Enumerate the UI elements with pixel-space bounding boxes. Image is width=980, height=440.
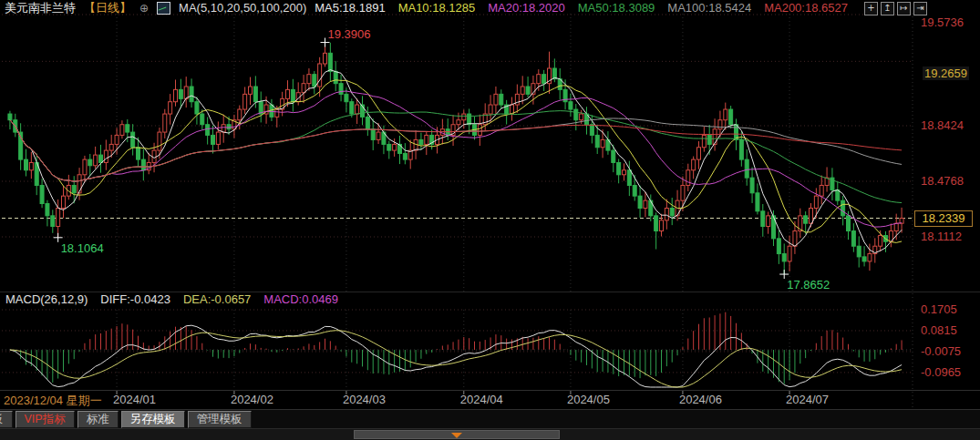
month-tick-label: 2024/03	[343, 393, 386, 406]
scale-vertical-icon[interactable]: ↥	[881, 2, 894, 15]
price-axis-label: 18.4768	[921, 174, 964, 188]
chart-header: 美元南非兰特 【日线】 ⊕ MA(5,10,20,50,100,200) MA5…	[5, 0, 848, 15]
grid-layer	[0, 13, 980, 408]
axis-highlight-label: 19.2659	[923, 67, 969, 80]
macd-diff-value: DIFF:-0.0423	[100, 292, 170, 307]
chevron-down-icon	[451, 433, 462, 438]
tab-manage-templates[interactable]: 管理模板	[188, 411, 252, 428]
chart-canvas[interactable]	[0, 0, 980, 440]
ma-value: MA10:18.1285	[398, 1, 476, 15]
low-price-annotation: 17.8652	[787, 278, 830, 292]
macd-header[interactable]: MACD(26,12,9) DIFF:-0.0423 DEA:-0.0657 M…	[5, 292, 338, 307]
last-price-badge: 18.2339	[914, 210, 973, 227]
macd-dea-value: DEA:-0.0657	[183, 292, 251, 307]
chart-type-icon[interactable]	[157, 2, 170, 15]
marker-layer	[54, 38, 789, 280]
month-tick-label: 2024/05	[567, 393, 610, 406]
tab-clipped[interactable]: 板	[0, 411, 13, 428]
macd-axis-label: 0.0815	[921, 323, 957, 337]
instrument-title: 美元南非兰特	[5, 0, 76, 16]
month-tick-label: 2024/07	[786, 393, 829, 406]
price-axis-label: 18.8424	[921, 118, 964, 132]
ma-value: MA20:18.2020	[488, 1, 565, 15]
time-axis[interactable]: 2023/12/04 星期一 2024/012024/022024/032024…	[0, 392, 980, 408]
collapse-panel-handle[interactable]	[354, 430, 560, 439]
low-price-annotation: 18.1064	[61, 241, 104, 255]
ma-value: MA50:18.3089	[578, 1, 655, 15]
tab-standard[interactable]: 标准	[77, 411, 119, 428]
ma-value: MA100:18.5424	[667, 1, 751, 15]
period-label[interactable]: 【日线】	[84, 0, 131, 16]
ma-settings-label[interactable]: MA(5,10,20,50,100,200)	[179, 1, 306, 15]
ma-values: MA5:18.1891MA10:18.1285MA20:18.2020MA50:…	[315, 1, 848, 15]
axis-start-date: 2023/12/04 星期一	[4, 393, 102, 409]
macd-axis-label: 0.1705	[921, 302, 957, 316]
macd-hist-value: MACD:0.0469	[263, 292, 338, 307]
scale-horizontal-icon[interactable]: ↦	[897, 2, 911, 15]
trading-app-window: 美元南非兰特 【日线】 ⊕ MA(5,10,20,50,100,200) MA5…	[0, 0, 980, 440]
tab-save-as-template[interactable]: 另存模板	[121, 411, 185, 428]
chart-toolbar: +↥↦⇥	[864, 2, 927, 15]
month-tick-label: 2024/04	[460, 393, 503, 406]
move-icon[interactable]: +	[864, 2, 878, 15]
price-axis-label: 19.5736	[921, 15, 964, 29]
macd-layer	[2, 312, 912, 387]
ma-value: MA200:18.6527	[764, 1, 848, 15]
add-indicator-icon[interactable]: ⊕	[139, 2, 149, 15]
macd-axis-label: -0.0965	[921, 365, 961, 379]
template-tab-bar: 板 VIP指标 标准 另存模板 管理模板	[0, 409, 980, 428]
month-tick-label: 2024/01	[113, 393, 156, 406]
high-price-annotation: 19.3906	[328, 27, 371, 41]
month-tick-label: 2024/02	[231, 393, 273, 406]
ma-value: MA5:18.1891	[315, 1, 385, 15]
macd-axis-label: -0.0075	[921, 344, 961, 358]
month-tick-label: 2024/06	[679, 393, 722, 406]
tab-vip-indicators[interactable]: VIP指标	[15, 411, 75, 428]
price-axis-label: 18.1112	[921, 230, 962, 243]
macd-params-label[interactable]: MACD(26,12,9)	[5, 292, 88, 307]
candles-layer	[8, 43, 903, 275]
bottom-panel-strip	[0, 428, 980, 440]
pan-right-icon[interactable]: ⇥	[913, 2, 927, 15]
